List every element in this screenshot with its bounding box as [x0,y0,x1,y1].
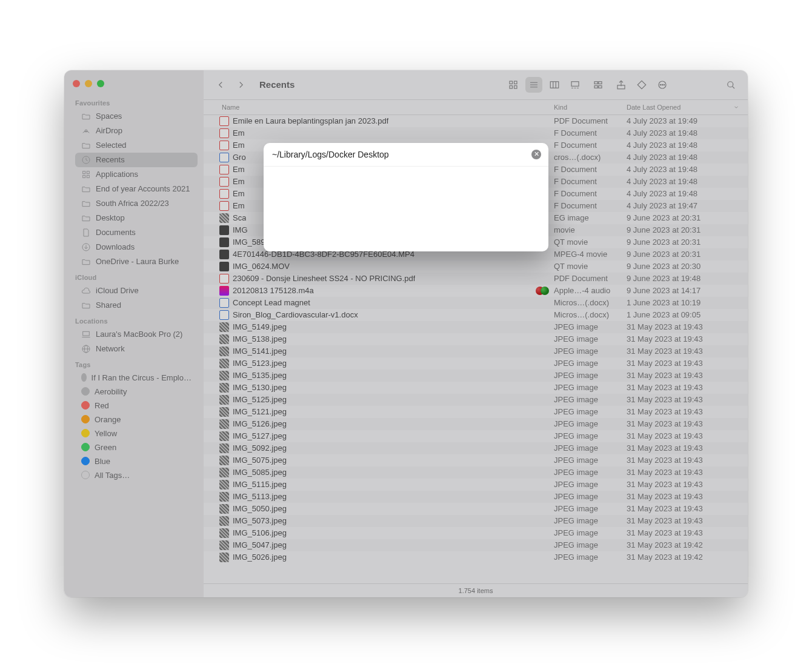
finder-window: Favourites SpacesAirDropSelectedRecentsA… [64,70,748,597]
go-to-folder-dialog: ✕ [264,143,548,251]
go-to-folder-suggestions [264,167,548,251]
go-to-folder-input[interactable] [271,149,531,160]
clear-input-button[interactable]: ✕ [531,150,541,159]
